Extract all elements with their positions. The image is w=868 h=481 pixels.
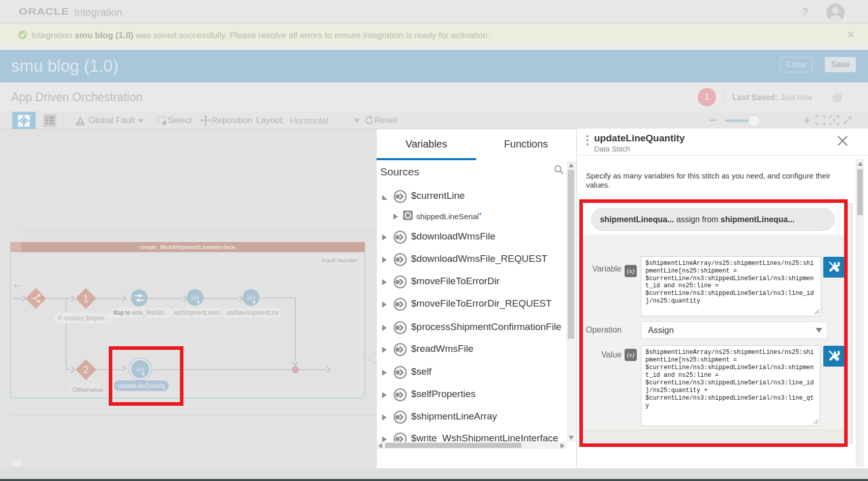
svg-text:2: 2 bbox=[83, 364, 89, 375]
svg-text:1: 1 bbox=[83, 292, 89, 304]
svg-text:+: + bbox=[252, 298, 256, 306]
svg-text:addShipmentLineId: addShipmentLineId bbox=[174, 309, 220, 316]
svg-text:addNewShipmentLine: addNewShipmentLine bbox=[226, 309, 279, 316]
svg-text:Map to write_WshShi…: Map to write_WshShi… bbox=[113, 309, 169, 316]
svg-text:Otherwise: Otherwise bbox=[72, 386, 103, 394]
svg-text:Fault Handler: Fault Handler bbox=[322, 257, 357, 263]
svg-text:+: + bbox=[196, 298, 200, 306]
svg-text:IF contains( $shipme…: IF contains( $shipme… bbox=[58, 315, 109, 322]
svg-text:create_WshShipmentLineInterfac: create_WshShipmentLineInterface bbox=[140, 244, 236, 250]
